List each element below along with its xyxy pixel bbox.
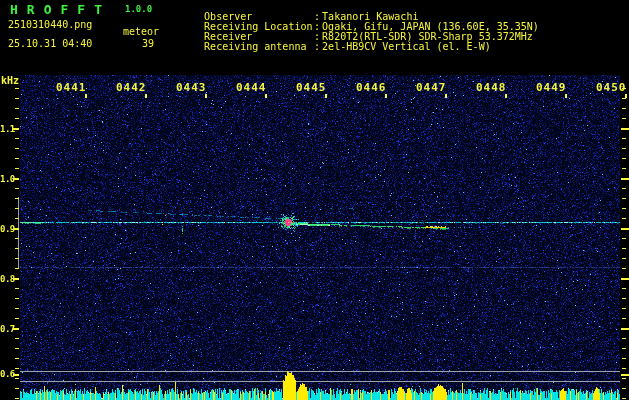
freq-tick-label: 0.8 [0, 274, 14, 284]
freq-tick-label: 0.6 [0, 369, 14, 379]
time-tick-label: 0448 [476, 81, 507, 94]
mode-label: meteor [123, 27, 159, 37]
freq-tick-label: 0.9 [0, 224, 14, 234]
meteor-count: 39 [142, 39, 154, 49]
info-value: 2el-HB9CV Vertical (el. E-W) [322, 41, 491, 52]
time-tick-label: 0450 [596, 81, 627, 94]
freq-tick-label: 1.0 [0, 174, 14, 184]
time-tick-label: 0447 [416, 81, 447, 94]
app-title: HROFFT [10, 3, 111, 16]
time-tick-label: 0445 [296, 81, 327, 94]
time-tick-label: 0443 [176, 81, 207, 94]
freq-unit-label: kHz [1, 76, 19, 86]
info-label: Receiving antenna [204, 42, 314, 52]
info-row-antenna: Receiving antenna:2el-HB9CV Vertical (el… [180, 32, 491, 62]
freq-tick-label: 0.7 [0, 324, 14, 334]
time-tick-label: 0449 [536, 81, 567, 94]
datetime-label: 25.10.31 04:40 [8, 39, 92, 49]
time-tick-label: 0446 [356, 81, 387, 94]
filename-label: 2510310440.png [8, 20, 92, 30]
hrofft-window: HROFFT 1.0.0 2510310440.png meteor 25.10… [0, 0, 629, 400]
app-version: 1.0.0 [125, 5, 152, 14]
time-tick-label: 0442 [116, 81, 147, 94]
freq-tick-label: 1.1 [0, 124, 14, 134]
time-tick-label: 0441 [56, 81, 87, 94]
time-tick-label: 0444 [236, 81, 267, 94]
info-separator: : [314, 42, 322, 52]
